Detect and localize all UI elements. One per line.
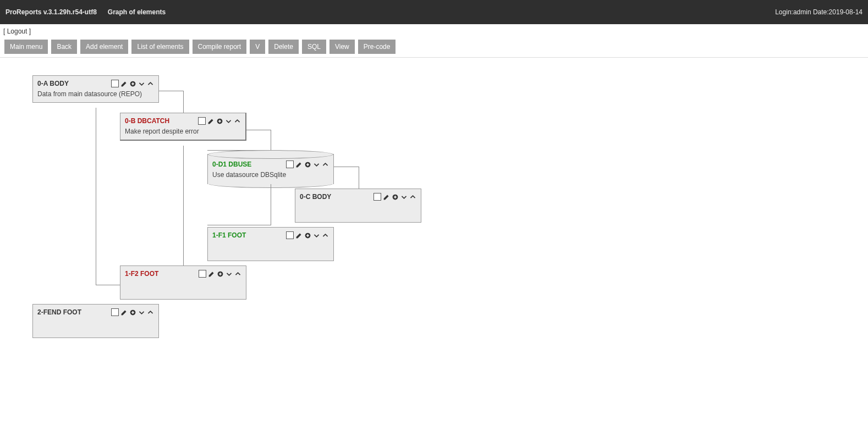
precode-button[interactable]: Pre-code: [358, 40, 396, 54]
pencil-icon[interactable]: [207, 118, 215, 125]
cylinder-bottom: [208, 179, 333, 188]
node-description: Use datasource DBSqlite: [212, 171, 329, 179]
logout-row: [ Logout ]: [0, 24, 868, 38]
delete-button[interactable]: Delete: [268, 40, 299, 54]
chevron-up-icon[interactable]: [234, 270, 241, 278]
node-title: 0-D1 DBUSE: [212, 161, 286, 168]
node-title: 0-C BODY: [300, 193, 373, 201]
pencil-icon[interactable]: [295, 232, 303, 239]
plus-circle-icon[interactable]: [217, 270, 224, 278]
chevron-down-icon[interactable]: [138, 309, 145, 316]
node-description: Data from main datasource (REPO): [37, 90, 154, 98]
back-button[interactable]: Back: [51, 40, 77, 54]
node-description: [212, 242, 329, 256]
page-title: Graph of elements: [108, 8, 166, 16]
graph-node-0d1-dbuse[interactable]: 0-D1 DBUSE Use datasource DBSqlite: [207, 150, 334, 188]
add-element-button[interactable]: Add element: [80, 40, 128, 54]
cylinder-top: [208, 150, 333, 159]
pencil-icon[interactable]: [383, 193, 390, 201]
node-description: [125, 280, 241, 295]
logout-link[interactable]: Logout: [7, 27, 28, 35]
pencil-icon[interactable]: [120, 80, 128, 87]
graph-node-2fend-foot[interactable]: 2-FEND FOOT: [32, 304, 159, 338]
node-description: Make report despite error: [125, 128, 241, 135]
checkbox-icon[interactable]: [111, 308, 119, 316]
compile-report-button[interactable]: Compile report: [193, 40, 247, 54]
graph-node-0c-body[interactable]: 0-C BODY: [295, 189, 421, 223]
node-title: 0-A BODY: [37, 80, 111, 87]
v-button[interactable]: V: [250, 40, 265, 54]
toolbar: Main menu Back Add element List of eleme…: [0, 38, 868, 58]
app-title: ProReports v.3.1.29h.r54-utf8: [6, 8, 97, 16]
chevron-up-icon[interactable]: [147, 309, 154, 316]
node-description: [37, 319, 154, 333]
checkbox-icon[interactable]: [286, 231, 294, 239]
node-description: [300, 203, 416, 218]
view-button[interactable]: View: [329, 40, 355, 54]
plus-circle-icon[interactable]: [304, 161, 311, 168]
checkbox-icon[interactable]: [286, 161, 294, 168]
chevron-up-icon[interactable]: [409, 193, 416, 201]
pencil-icon[interactable]: [208, 270, 215, 278]
node-title: 0-B DBCATCH: [125, 117, 198, 125]
chevron-down-icon[interactable]: [313, 232, 320, 239]
chevron-up-icon[interactable]: [322, 232, 329, 239]
checkbox-icon[interactable]: [373, 193, 381, 201]
checkbox-icon[interactable]: [199, 270, 206, 278]
plus-circle-icon[interactable]: [129, 309, 136, 316]
pencil-icon[interactable]: [120, 309, 128, 316]
graph-node-1f1-foot[interactable]: 1-F1 FOOT: [207, 227, 334, 261]
graph-node-1f2-foot[interactable]: 1-F2 FOOT: [120, 265, 246, 300]
sql-button[interactable]: SQL: [302, 40, 326, 54]
graph-canvas: 0-A BODY Data from main datasource (REPO…: [0, 58, 868, 399]
graph-node-0a-body[interactable]: 0-A BODY Data from main datasource (REPO…: [32, 75, 159, 103]
node-title: 1-F1 FOOT: [212, 231, 286, 239]
plus-circle-icon[interactable]: [392, 193, 399, 201]
chevron-up-icon[interactable]: [147, 80, 154, 87]
chevron-down-icon[interactable]: [400, 193, 408, 201]
chevron-up-icon[interactable]: [322, 161, 329, 168]
chevron-down-icon[interactable]: [226, 270, 233, 278]
chevron-down-icon[interactable]: [225, 118, 232, 125]
node-title: 1-F2 FOOT: [125, 270, 199, 278]
graph-node-0b-dbcatch[interactable]: 0-B DBCATCH Make report despite error: [120, 113, 246, 141]
chevron-down-icon[interactable]: [313, 161, 320, 168]
top-bar: ProReports v.3.1.29h.r54-utf8 Graph of e…: [0, 0, 868, 24]
plus-circle-icon[interactable]: [304, 232, 311, 239]
chevron-down-icon[interactable]: [138, 80, 145, 87]
checkbox-icon[interactable]: [198, 117, 206, 125]
checkbox-icon[interactable]: [111, 80, 119, 87]
list-of-elements-button[interactable]: List of elements: [131, 40, 189, 54]
plus-circle-icon[interactable]: [129, 80, 136, 87]
plus-circle-icon[interactable]: [216, 118, 223, 125]
pencil-icon[interactable]: [295, 161, 303, 168]
chevron-up-icon[interactable]: [234, 118, 241, 125]
session-info: Login:admin Date:2019-08-14: [775, 8, 862, 16]
node-title: 2-FEND FOOT: [37, 308, 111, 316]
main-menu-button[interactable]: Main menu: [4, 40, 48, 54]
